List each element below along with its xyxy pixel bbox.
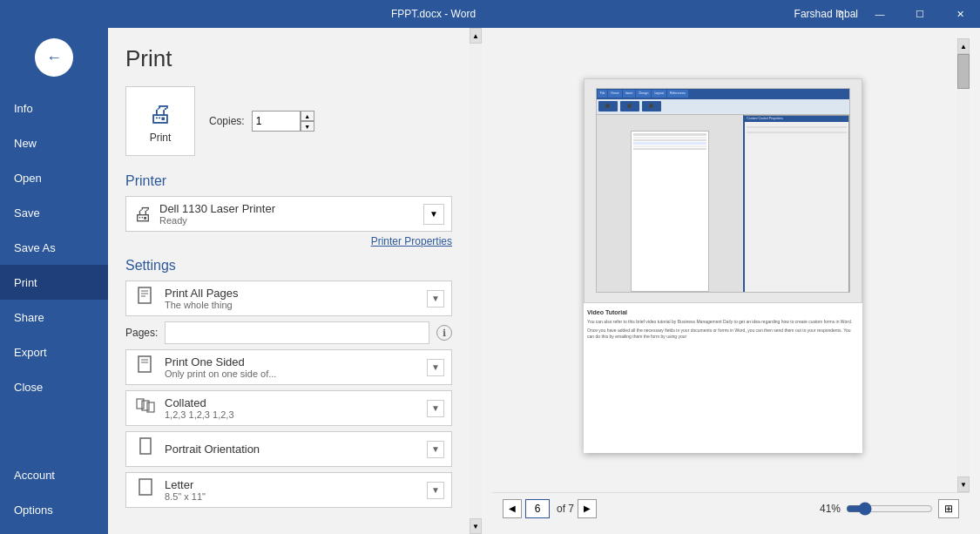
sidebar-bottom: Account Options	[0, 457, 108, 527]
pages-type-text: Print All Pages The whole thing	[165, 287, 427, 310]
mini-ribbon-icon2: ⬛	[620, 101, 639, 112]
print-button[interactable]: 🖨 Print	[125, 86, 195, 156]
pages-type-main: Print All Pages	[165, 287, 427, 300]
orientation-main: Portrait Orientation	[165, 443, 427, 456]
printer-properties-link[interactable]: Printer Properties	[125, 235, 452, 247]
sidebar-item-label-new: New	[14, 137, 37, 150]
sidebar-item-label-save-as: Save As	[14, 241, 56, 254]
preview-container: File Home Insert Design Layout Reference…	[492, 38, 954, 492]
sidebar-item-label-options: Options	[14, 504, 53, 517]
print-button-label: Print	[150, 132, 172, 144]
page-number-input[interactable]	[525, 499, 550, 518]
preview-scrollbar: ▲ ▼	[957, 38, 970, 492]
sides-main: Print One Sided	[165, 355, 427, 368]
sidebar-item-export[interactable]: Export	[0, 335, 108, 369]
window-controls: ? — ☐ ✕	[820, 0, 980, 28]
preview-inner: File Home Insert Design Layout Reference…	[492, 38, 970, 492]
scroll-thumb[interactable]	[957, 54, 970, 89]
copies-input[interactable]	[252, 111, 301, 132]
copies-label: Copies:	[209, 115, 245, 127]
mini-tab-layout: Layout	[652, 90, 666, 98]
minimize-button[interactable]: —	[860, 0, 900, 28]
copies-spin-down[interactable]: ▼	[301, 121, 314, 132]
help-button[interactable]: ?	[820, 0, 860, 28]
left-scroll-up-button[interactable]: ▲	[470, 28, 482, 44]
back-icon: ←	[46, 49, 62, 67]
printer-status: Ready	[159, 215, 423, 226]
sidebar-item-info[interactable]: Info	[0, 91, 108, 125]
mini-doc-area	[597, 115, 744, 294]
copies-control: ▲ ▼	[252, 111, 314, 132]
preview-page: File Home Insert Design Layout Reference…	[584, 78, 862, 453]
doc-section-title: Video Tutorial	[587, 308, 859, 317]
sidebar-item-account[interactable]: Account	[0, 457, 108, 492]
orientation-text: Portrait Orientation	[165, 443, 427, 456]
close-button[interactable]: ✕	[940, 0, 980, 28]
page-prev-button[interactable]: ◀	[503, 499, 522, 518]
setting-pages-type[interactable]: Print All Pages The whole thing ▼	[125, 281, 452, 316]
zoom-slider[interactable]	[846, 502, 933, 516]
paper-main: Letter	[165, 478, 427, 491]
pages-input[interactable]	[165, 321, 429, 344]
sidebar-item-print[interactable]: Print	[0, 265, 108, 300]
doc-para2: Once you have added all the necessary fi…	[587, 328, 859, 341]
preview-scroll-up[interactable]: ▲	[957, 38, 970, 54]
sidebar-item-label-share: Share	[14, 311, 44, 324]
paper-icon	[133, 478, 158, 502]
sides-icon	[133, 355, 158, 379]
mini-ribbon: ⬛ ⬛ ⬛	[597, 99, 850, 115]
zoom-fit-button[interactable]: ⊞	[938, 499, 959, 518]
pages-type-arrow: ▼	[427, 290, 444, 308]
orientation-arrow: ▼	[427, 441, 444, 458]
sidebar-item-options[interactable]: Options	[0, 492, 108, 527]
sidebar-item-label-save: Save	[14, 206, 40, 220]
setting-collate[interactable]: Collated 1,2,3 1,2,3 1,2,3 ▼	[125, 390, 452, 426]
copies-area: Copies: ▲ ▼	[209, 111, 314, 132]
setting-orientation[interactable]: Portrait Orientation ▼	[125, 431, 452, 467]
left-scroll-down-button[interactable]: ▼	[470, 518, 482, 534]
setting-sides[interactable]: Print One Sided Only print on one side o…	[125, 349, 452, 385]
maximize-button[interactable]: ☐	[900, 0, 940, 28]
sidebar-item-label-open: Open	[14, 172, 42, 185]
sidebar-item-save-as[interactable]: Save As	[0, 230, 108, 265]
printer-device-icon: 🖨	[133, 203, 152, 226]
sides-text: Print One Sided Only print on one side o…	[165, 355, 427, 379]
svg-rect-0	[139, 287, 151, 303]
mini-tab-design: Design	[636, 90, 651, 98]
collate-text: Collated 1,2,3 1,2,3 1,2,3	[165, 396, 427, 420]
paper-sub: 8.5" x 11"	[165, 491, 427, 502]
paper-text: Letter 8.5" x 11"	[165, 478, 427, 502]
paper-arrow: ▼	[427, 482, 444, 499]
sidebar-spacer	[0, 404, 108, 457]
printer-dropdown-button[interactable]: ▼	[423, 204, 444, 225]
setting-paper[interactable]: Letter 8.5" x 11" ▼	[125, 472, 452, 508]
printer-selector[interactable]: 🖨 Dell 1130 Laser Printer Ready ▼	[125, 196, 452, 232]
doc-para1: You can also refer to this brief video t…	[587, 319, 859, 326]
back-button[interactable]: ←	[35, 38, 73, 77]
mini-toolbar: File Home Insert Design Layout Reference…	[597, 89, 850, 99]
preview-scroll-down[interactable]: ▼	[957, 477, 970, 492]
mini-tab-references: References	[667, 90, 688, 98]
page-navigation: ◀ of 7 ▶	[503, 499, 597, 518]
copies-spinners: ▲ ▼	[301, 111, 314, 132]
sidebar-item-share[interactable]: Share	[0, 300, 108, 335]
sidebar-item-close[interactable]: Close	[0, 369, 108, 404]
sidebar-item-label-print: Print	[14, 276, 37, 289]
sidebar-item-open[interactable]: Open	[0, 160, 108, 195]
page-next-button[interactable]: ▶	[578, 499, 597, 518]
mini-ribbon-icon3: ⬛	[642, 101, 661, 112]
printer-name: Dell 1130 Laser Printer	[159, 202, 423, 215]
sidebar-item-new[interactable]: New	[0, 125, 108, 160]
collate-arrow: ▼	[427, 400, 444, 417]
mini-tab-insert: Insert	[623, 90, 636, 98]
sidebar-item-label-close: Close	[14, 381, 43, 394]
pages-info-icon[interactable]: ℹ	[436, 325, 452, 341]
sidebar: ← Info New Open Save Save As Print Share…	[0, 28, 108, 534]
titlebar: FPPT.docx - Word ? — ☐ ✕ Farshad Iqbal	[0, 0, 980, 28]
zoom-label: 41%	[820, 503, 841, 515]
sidebar-item-save[interactable]: Save	[0, 195, 108, 230]
settings-section-title: Settings	[125, 258, 452, 274]
copies-spin-up[interactable]: ▲	[301, 111, 314, 121]
sides-arrow: ▼	[427, 359, 444, 376]
collate-icon	[133, 396, 158, 420]
